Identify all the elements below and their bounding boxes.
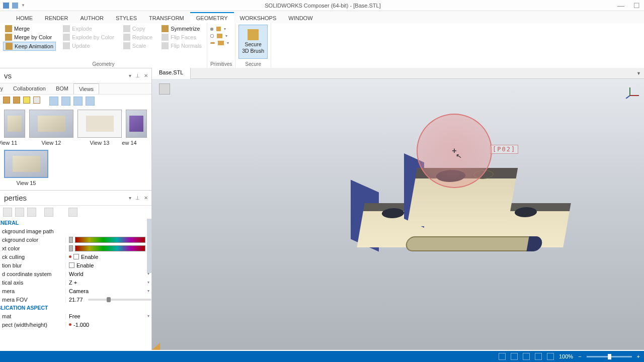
zoom-out-button[interactable]: −: [578, 353, 581, 359]
primitive-line-button[interactable]: ▾: [210, 34, 232, 38]
secure-3d-brush-button[interactable]: Secure 3D Brush: [238, 25, 268, 59]
view-triad-icon[interactable]: [625, 85, 641, 99]
ribbon: Merge Merge by Color Keep Animation Expl…: [0, 23, 644, 68]
statusbar-tool-1[interactable]: [499, 353, 506, 360]
title-bar: ▼ SOLIDWORKS Composer (64-bit) - [Base.S…: [0, 0, 644, 11]
tab-workshops[interactable]: WORKSHOPS: [234, 13, 283, 23]
properties-panel-menu-icon[interactable]: ▾: [127, 195, 133, 201]
copy-button[interactable]: Copy: [121, 25, 154, 33]
views-tool-3[interactable]: [23, 97, 30, 104]
prop-bg-color[interactable]: ckground color: [0, 235, 151, 244]
flip-normals-button[interactable]: Flip Normals: [159, 42, 204, 50]
tab-styles[interactable]: STYLES: [110, 13, 143, 23]
primitive-point-button[interactable]: ▾: [210, 27, 232, 31]
props-tool-2[interactable]: [15, 208, 24, 217]
view-12-item[interactable]: View 12: [29, 110, 73, 146]
views-panel-tabs: bly Collaboration BOM Views: [0, 83, 151, 95]
secure-brush-circle[interactable]: +: [417, 114, 492, 188]
prop-back-culling[interactable]: ck culling Enable: [0, 252, 151, 261]
views-tool-2[interactable]: [13, 97, 20, 104]
views-panel-menu-icon[interactable]: ▾: [127, 73, 133, 78]
prop-motion-blur[interactable]: tion blur Enable: [0, 261, 151, 269]
qat-dropdown-icon[interactable]: ▼: [21, 3, 25, 8]
props-tool-1[interactable]: [3, 208, 12, 217]
tab-home[interactable]: HOME: [10, 13, 39, 23]
properties-panel-close-icon[interactable]: ✕: [142, 195, 149, 201]
prop-bg-image-path[interactable]: ckground image path: [0, 227, 151, 235]
primitive-plane-button[interactable]: ▾: [210, 41, 232, 45]
views-tool-4[interactable]: [33, 97, 40, 104]
minimize-button[interactable]: —: [617, 2, 624, 10]
views-tool-camera3[interactable]: [73, 97, 83, 106]
geometry-group-label: Geometry: [3, 60, 204, 67]
origin-triad-icon[interactable]: [152, 343, 160, 350]
qat-save-icon[interactable]: [3, 3, 9, 9]
statusbar-tool-4[interactable]: [535, 353, 542, 360]
explode-button[interactable]: Explode: [61, 25, 116, 33]
statusbar-tool-2[interactable]: [511, 353, 518, 360]
views-tool-1[interactable]: [3, 97, 10, 104]
properties-scrollbar[interactable]: [147, 219, 151, 273]
section-publication: BLICATION ASPECT: [0, 304, 151, 312]
keep-animation-button[interactable]: Keep Animation: [3, 42, 56, 51]
prop-format[interactable]: mat Free▾: [0, 312, 151, 320]
left-panel-container: vs ▾ ⊥ ✕ bly Collaboration BOM Views: [0, 68, 152, 350]
properties-panel-title-partial: perties: [4, 194, 27, 202]
views-tab-assembly[interactable]: bly: [0, 83, 8, 94]
views-tool-camera4[interactable]: [86, 97, 95, 106]
views-tab-bom[interactable]: BOM: [51, 83, 73, 94]
props-tool-6[interactable]: [68, 208, 77, 217]
view-11-item[interactable]: View 11: [4, 110, 25, 146]
status-bar: 100% − +: [0, 351, 644, 362]
views-tab-collaboration[interactable]: Collaboration: [8, 83, 51, 94]
view-13-item[interactable]: View 13: [77, 110, 122, 146]
views-panel: vs ▾ ⊥ ✕ bly Collaboration BOM Views: [0, 68, 151, 191]
prop-camera-fov[interactable]: mera FOV 21.77: [0, 295, 151, 304]
viewport[interactable]: Base.STL ▼ + ↖: [152, 68, 644, 350]
props-tool-3[interactable]: [27, 208, 36, 217]
views-panel-pin-icon[interactable]: ⊥: [134, 73, 141, 78]
prop-vertical-axis[interactable]: tical axis Z +▾: [0, 278, 151, 287]
props-tool-5[interactable]: [56, 208, 65, 217]
prop-coord-system[interactable]: d coordinate system World▾: [0, 269, 151, 278]
views-tab-views[interactable]: Views: [73, 83, 99, 94]
tab-render[interactable]: RENDER: [39, 13, 74, 23]
statusbar-tool-3[interactable]: [523, 353, 530, 360]
scale-button[interactable]: Scale: [121, 42, 154, 50]
view-15-item[interactable]: View 15: [4, 150, 48, 186]
flip-faces-button[interactable]: Flip Faces: [159, 33, 204, 41]
merge-button[interactable]: Merge: [3, 25, 56, 33]
views-tool-camera2[interactable]: [61, 97, 70, 106]
symmetrize-button[interactable]: Symmetrize: [159, 25, 204, 33]
document-tab-dropdown-icon[interactable]: ▼: [636, 71, 644, 76]
properties-grid[interactable]: ENERAL ckground image path ckground colo…: [0, 219, 151, 350]
prop-camera[interactable]: mera Camera▾: [0, 287, 151, 295]
viewport-tool-button[interactable]: [159, 83, 170, 95]
prop-text-color[interactable]: xt color: [0, 244, 151, 252]
tab-window[interactable]: WINDOW: [282, 13, 318, 23]
maximize-button[interactable]: ☐: [633, 2, 640, 10]
section-general: ENERAL: [0, 219, 151, 227]
svg-line-2: [626, 96, 630, 99]
tab-author[interactable]: AUTHOR: [74, 13, 109, 23]
replace-button[interactable]: Replace: [121, 33, 154, 41]
properties-panel-pin-icon[interactable]: ⊥: [134, 195, 141, 201]
tab-transform[interactable]: TRANSFORM: [143, 13, 190, 23]
zoom-slider[interactable]: [587, 356, 632, 357]
secure-group-label: Secure: [238, 60, 268, 67]
views-toolbar: [0, 95, 151, 108]
zoom-in-button[interactable]: +: [637, 353, 640, 359]
views-panel-close-icon[interactable]: ✕: [142, 73, 149, 78]
qat-undo-icon[interactable]: [12, 3, 18, 9]
document-tab[interactable]: Base.STL: [152, 68, 191, 79]
view-14-item[interactable]: ew 14: [126, 110, 147, 146]
statusbar-tool-5[interactable]: [547, 353, 554, 360]
explode-by-color-button[interactable]: Explode by Color: [61, 33, 116, 41]
prop-aspect[interactable]: pect (width/height) -1.000: [0, 320, 151, 329]
update-button[interactable]: Update: [61, 42, 116, 50]
ribbon-group-geometry: Merge Merge by Color Keep Animation Expl…: [0, 23, 207, 68]
merge-by-color-button[interactable]: Merge by Color: [3, 33, 56, 41]
props-tool-4[interactable]: [44, 208, 53, 217]
tab-geometry[interactable]: GEOMETRY: [190, 12, 234, 23]
views-tool-camera1[interactable]: [49, 97, 58, 106]
